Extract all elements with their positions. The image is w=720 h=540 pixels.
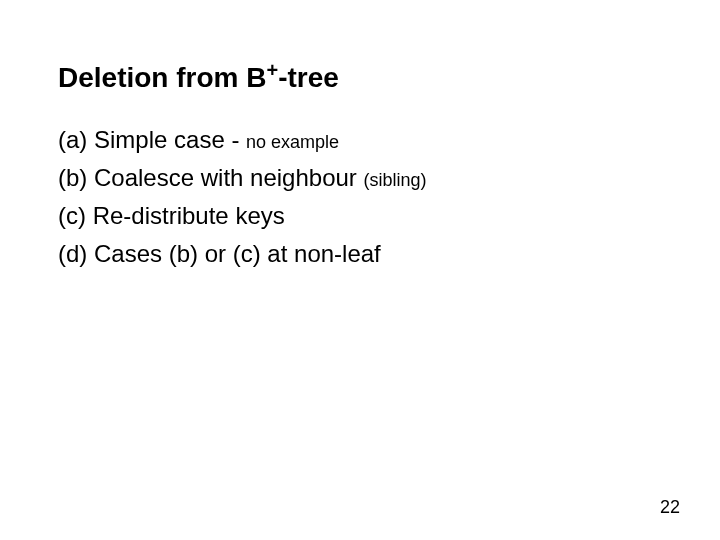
item-a-label: (a) Simple case - — [58, 126, 246, 153]
list-item: (a) Simple case - no example — [58, 122, 662, 158]
title-pre: Deletion from B — [58, 62, 266, 93]
item-d-label: (d) Cases (b) or (c) at non-leaf — [58, 240, 381, 267]
list-item: (b) Coalesce with neighbour (sibling) — [58, 160, 662, 196]
title-post: -tree — [278, 62, 339, 93]
item-b-small: (sibling) — [364, 170, 427, 190]
list-item: (c) Re-distribute keys — [58, 198, 662, 234]
list-item: (d) Cases (b) or (c) at non-leaf — [58, 236, 662, 272]
item-list: (a) Simple case - no example (b) Coalesc… — [58, 122, 662, 272]
item-b-label: (b) Coalesce with neighbour — [58, 164, 364, 191]
page-number: 22 — [660, 497, 680, 518]
slide-title: Deletion from B+-tree — [58, 62, 662, 94]
item-c-label: (c) Re-distribute keys — [58, 202, 285, 229]
title-superscript: + — [266, 59, 278, 81]
item-a-small: no example — [246, 132, 339, 152]
